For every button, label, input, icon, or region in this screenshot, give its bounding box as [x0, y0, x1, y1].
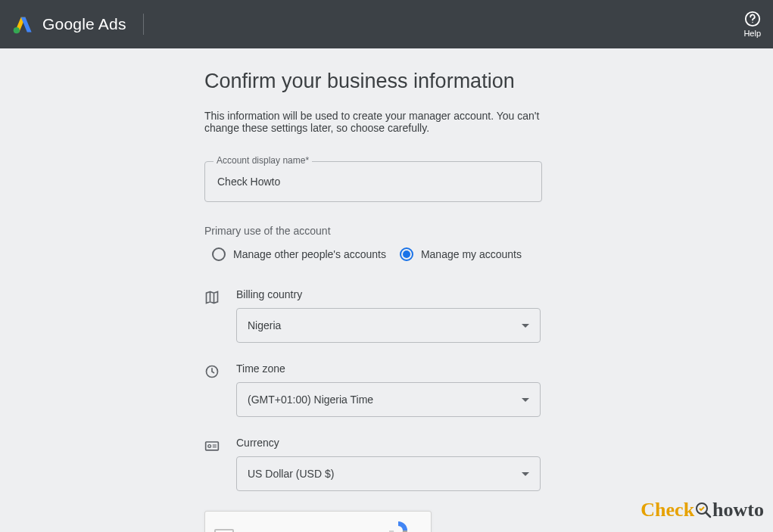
- currency-row: Currency US Dollar (USD $): [204, 437, 568, 491]
- product-name: Google Ads: [42, 15, 126, 33]
- magnifier-check-icon: [694, 501, 712, 519]
- header-left: Google Ads: [12, 14, 144, 35]
- help-button[interactable]: Help: [743, 11, 761, 38]
- radio-manage-others[interactable]: Manage other people's accounts: [212, 247, 386, 261]
- billing-country-label: Billing country: [236, 288, 568, 300]
- svg-point-0: [14, 27, 20, 33]
- svg-point-2: [752, 22, 753, 23]
- header-divider: [143, 14, 144, 35]
- time-zone-select[interactable]: (GMT+01:00) Nigeria Time: [236, 382, 541, 417]
- watermark-howto: howto: [712, 499, 764, 521]
- recaptcha-widget: I'm not a robot reCAPTCHA Privacy - Term…: [204, 511, 432, 532]
- time-zone-label: Time zone: [236, 362, 568, 375]
- currency-label: Currency: [236, 437, 568, 449]
- select-value: (GMT+01:00) Nigeria Time: [248, 394, 373, 406]
- radio-icon: [400, 247, 413, 261]
- recaptcha-branding: reCAPTCHA Privacy - Terms: [375, 519, 422, 532]
- chevron-down-icon: [522, 324, 529, 328]
- billing-country-row: Billing country Nigeria: [204, 288, 568, 343]
- main-content: Confirm your business information This i…: [0, 48, 568, 532]
- help-label: Help: [743, 29, 761, 38]
- time-zone-row: Time zone (GMT+01:00) Nigeria Time: [204, 362, 568, 417]
- svg-rect-4: [206, 442, 219, 450]
- chevron-down-icon: [522, 398, 529, 402]
- radio-label: Manage other people's accounts: [233, 248, 386, 260]
- billing-country-select[interactable]: Nigeria: [236, 308, 541, 343]
- svg-point-5: [208, 445, 211, 448]
- recaptcha-icon: [387, 519, 410, 532]
- radio-manage-my[interactable]: Manage my accounts: [400, 247, 522, 261]
- primary-use-label: Primary use of the account: [204, 225, 568, 237]
- clock-icon: [204, 364, 220, 379]
- primary-use-radios: Manage other people's accounts Manage my…: [204, 247, 568, 261]
- account-name-label: Account display name*: [214, 155, 312, 166]
- help-icon: [744, 11, 761, 27]
- map-icon: [204, 290, 220, 305]
- payment-icon: [204, 438, 220, 453]
- app-header: Google Ads Help: [0, 0, 773, 48]
- select-value: US Dollar (USD $): [248, 468, 334, 480]
- radio-icon: [212, 247, 226, 261]
- google-ads-logo-icon: [12, 14, 33, 35]
- select-value: Nigeria: [248, 319, 281, 331]
- account-name-input[interactable]: [204, 161, 542, 202]
- watermark-check: Check: [641, 499, 694, 521]
- radio-label: Manage my accounts: [421, 248, 522, 260]
- watermark: Checkhowto: [641, 499, 764, 521]
- recaptcha-checkbox[interactable]: [214, 529, 234, 532]
- page-title: Confirm your business information: [204, 70, 568, 93]
- currency-select[interactable]: US Dollar (USD $): [236, 456, 541, 491]
- account-name-field: Account display name*: [204, 161, 568, 202]
- page-subtitle: This information will be used to create …: [204, 110, 568, 134]
- chevron-down-icon: [522, 472, 529, 476]
